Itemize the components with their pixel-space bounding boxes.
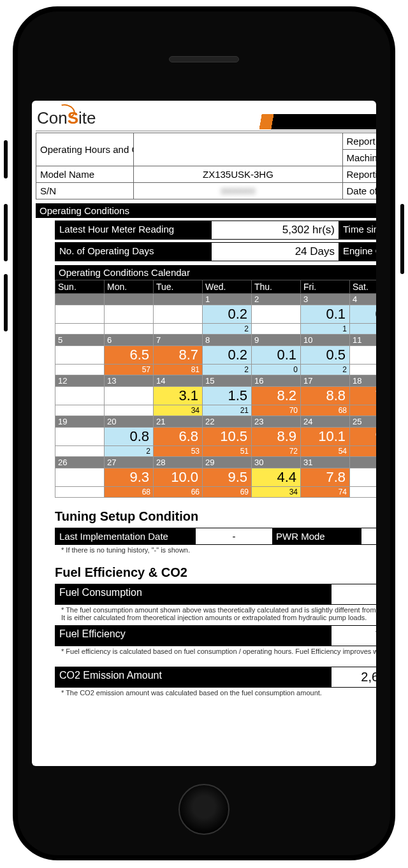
calendar-day-header: Tue. (154, 280, 203, 294)
calendar-day-subvalue: 51 (203, 446, 252, 457)
calendar-day-header: Mon. (105, 280, 154, 294)
calendar-day-subvalue (154, 324, 203, 335)
calendar-day-subvalue (252, 324, 301, 335)
calendar-day-subvalue: 57 (105, 365, 154, 375)
value-hour-meter: 5,302 hr(s) (212, 221, 339, 240)
calendar-day-value: 9.5 (203, 468, 252, 487)
label-machine-id: Machine ID (342, 150, 376, 166)
calendar-day-value: 0.5 (301, 346, 350, 365)
calendar-day-subvalue: 2 (301, 365, 350, 375)
calendar-day-value: 0.1 (301, 305, 350, 324)
phone-speaker (169, 56, 239, 62)
value-last-impl: - (196, 528, 272, 544)
calendar-day-value: 6.5 (105, 346, 154, 365)
report-title: Operating Hours and Conditions (36, 133, 134, 166)
calendar-day-subvalue (55, 405, 105, 416)
calendar-day-subvalue: 66 (154, 487, 203, 498)
tuning-row: Last Implementation Date - PWR Mode (55, 528, 376, 545)
brand-logo: ConSite (36, 107, 119, 131)
calendar-day-subvalue: 74 (301, 487, 350, 498)
calendar-day-value: 8.2 (252, 387, 301, 405)
calendar-day-header: Sun. (55, 280, 105, 294)
calendar-day-number: 2 (252, 294, 301, 305)
calendar-day-number: 18 (350, 375, 377, 387)
calendar-day-value (105, 305, 154, 324)
calendar-day-number: 30 (252, 457, 301, 468)
calendar-day-subvalue (55, 365, 105, 375)
calendar-day-value (105, 387, 154, 405)
calendar-day-value (55, 305, 105, 324)
label-last-impl: Last Implementation Date (55, 528, 196, 544)
calendar-day-number (154, 294, 203, 305)
calendar-day-number: 17 (301, 375, 350, 387)
calendar-day-subvalue: 2 (203, 365, 252, 375)
calendar-day-value (55, 468, 105, 487)
calendar-day-value (55, 387, 105, 405)
label-sn: S/N (36, 183, 134, 199)
report-header-table: Operating Hours and Conditions Report No… (36, 133, 376, 199)
header-accent (119, 114, 376, 129)
calendar-day-value: 0.2 (203, 346, 252, 365)
row-operating-days: No. of Operating Days 24 Days Engine Op (55, 242, 376, 261)
row-hour-meter: Latest Hour Meter Reading 5,302 hr(s) Ti… (55, 221, 376, 240)
calendar-day-value: 8.9 (252, 428, 301, 446)
calendar-day-value (55, 428, 105, 446)
label-time-since: Time since (339, 221, 376, 240)
calendar-day-subvalue: 70 (252, 405, 301, 416)
calendar-day-subvalue: 34 (154, 405, 203, 416)
calendar-day-subvalue: 68 (301, 405, 350, 416)
calendar-day-number: 16 (252, 375, 301, 387)
label-engine-op: Engine Op (339, 242, 376, 261)
calendar-day-number: 13 (105, 375, 154, 387)
section-tuning: Tuning Setup Condition (55, 509, 376, 524)
calendar-day-value: 10.0 (154, 468, 203, 487)
calendar-day-number: 1 (203, 294, 252, 305)
label-model-name: Model Name (36, 166, 134, 183)
home-button[interactable] (178, 784, 229, 835)
calendar-day-subvalue: 81 (154, 365, 203, 375)
calendar-day-subvalue: 2 (105, 446, 154, 457)
calendar-day-value: 3.1 (154, 387, 203, 405)
calendar-day-value: 8.8 (301, 387, 350, 405)
calendar-day-subvalue: 21 (203, 405, 252, 416)
calendar-day-value: 9.3 (105, 468, 154, 487)
calendar-day-number: 4 (350, 294, 377, 305)
calendar-day-subvalue (105, 405, 154, 416)
calendar-day-value: 0.2 (203, 305, 252, 324)
calendar-day-number: 27 (105, 457, 154, 468)
calendar-day-number: 25 (350, 416, 377, 428)
value-model-name: ZX135USK-3HG (134, 166, 342, 183)
value-co2: 2,652 kg (332, 667, 376, 688)
calendar-day-number: 5 (55, 335, 105, 346)
calendar-day-value: 7.8 (301, 468, 350, 487)
label-co2: CO2 Emission Amount (55, 667, 332, 688)
label-fuel-efficiency: Fuel Efficiency (55, 625, 332, 646)
calendar-day-number (55, 294, 105, 305)
calendar-day-value (350, 468, 377, 487)
calendar-day-number: 21 (154, 416, 203, 428)
calendar-day-value (55, 346, 105, 365)
calendar-day-number (105, 294, 154, 305)
calendar-day-number: 7 (154, 335, 203, 346)
label-reporting: Reporting P (342, 166, 376, 183)
calendar-day-subvalue: 54 (301, 446, 350, 457)
label-pwr-mode: PWR Mode (272, 528, 361, 544)
calendar-day-subvalue: 2 (203, 324, 252, 335)
label-fuel-consumption: Fuel Consumption (55, 584, 332, 605)
calendar-day-value: 0.8 (105, 428, 154, 446)
calendar-day-number: 23 (252, 416, 301, 428)
value-fuel-consumption: 1,028 (332, 584, 376, 605)
foot-co2: * The CO2 emission amount was calculated… (61, 689, 376, 697)
value-sn: 0000000 (221, 186, 256, 196)
calendar-day-subvalue (55, 324, 105, 335)
calendar-day-number: 12 (55, 375, 105, 387)
calendar-day-number: 8 (203, 335, 252, 346)
calendar-day-subvalue: 56 (350, 405, 377, 416)
label-op-days: No. of Operating Days (55, 242, 212, 261)
row-fuel-consumption: Fuel Consumption 1,028 (55, 584, 376, 605)
calendar-title: Operating Conditions Calendar (55, 265, 376, 280)
row-fuel-efficiency: Fuel Efficiency 7.7 l/h (55, 625, 376, 646)
calendar-day-header: Fri. (301, 280, 350, 294)
calendar-day-number: 15 (203, 375, 252, 387)
calendar-day-subvalue (55, 487, 105, 498)
